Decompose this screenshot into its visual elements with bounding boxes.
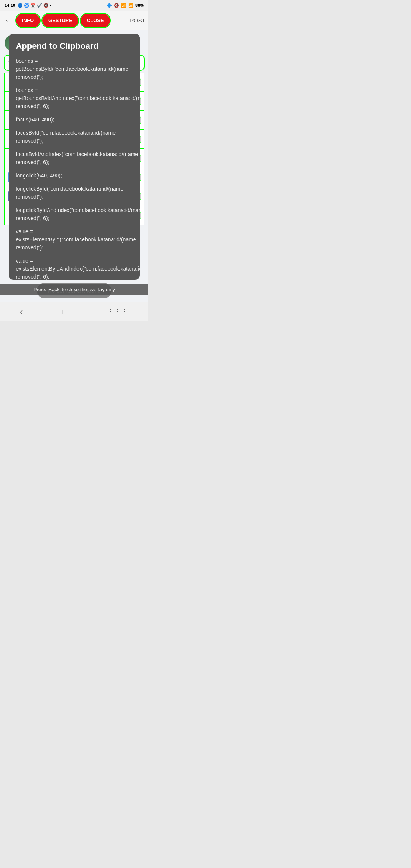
modal-box[interactable]: Append to Clipboard bounds = getBoundsBy…	[9, 34, 139, 280]
code-line-9: value = existsElementById("com.facebook.…	[16, 228, 132, 252]
battery-display: 88%	[135, 3, 144, 8]
info-button[interactable]: INFO	[16, 14, 40, 27]
time-display: 14:10	[5, 3, 15, 8]
notification-icons: 🔵 🌀 📅 ✔️ 🔇 •	[18, 3, 51, 8]
code-line-2: bounds = getBoundsByIdAndIndex("com.face…	[16, 86, 132, 110]
code-line-8: longclickByIdAndIndex("com.facebook.kata…	[16, 206, 132, 222]
code-line-5: focusByIdAndIndex("com.facebook.katana:i…	[16, 150, 132, 166]
code-line-10: value = existsElementByIdAndIndex("com.f…	[16, 257, 132, 280]
code-line-4: focusById("com.facebook.katana:id/(name …	[16, 129, 132, 145]
mute-icon: 🔇	[114, 3, 119, 8]
modal-body: bounds = getBoundsById("com.facebook.kat…	[16, 57, 132, 280]
signal-icon: 📶	[128, 3, 134, 8]
modal-overlay: Append to Clipboard bounds = getBoundsBy…	[0, 30, 148, 298]
status-left: 14:10 🔵 🌀 📅 ✔️ 🔇 •	[5, 3, 51, 8]
bottom-home-button[interactable]: □	[63, 307, 67, 316]
close-button[interactable]: CLOSE	[81, 14, 110, 27]
bottom-menu-button[interactable]: ⋮⋮⋮	[107, 307, 129, 316]
gesture-button[interactable]: GESTURE	[42, 14, 78, 27]
bottom-hint: Press 'Back' to close the overlay only	[0, 284, 148, 295]
code-line-3: focus(540, 490);	[16, 116, 132, 124]
status-right: 🔷 🔇 📶 📶 88%	[107, 3, 144, 8]
bottom-nav: ‹ □ ⋮⋮⋮	[0, 302, 148, 321]
code-line-6: longclick(540, 490);	[16, 172, 132, 180]
wifi-icon: 📶	[121, 3, 126, 8]
post-label: POST	[130, 17, 145, 24]
nav-bar: ← INFO GESTURE CLOSE POST	[0, 11, 148, 30]
status-bar: 14:10 🔵 🌀 📅 ✔️ 🔇 • 🔷 🔇 📶 📶 88%	[0, 0, 148, 11]
back-button[interactable]: ←	[3, 14, 14, 26]
bluetooth-icon: 🔷	[107, 3, 112, 8]
modal-title: Append to Clipboard	[16, 41, 132, 51]
code-line-7: longclickById("com.facebook.katana:id/(n…	[16, 185, 132, 201]
bottom-back-button[interactable]: ‹	[20, 306, 23, 318]
code-line-1: bounds = getBoundsById("com.facebook.kat…	[16, 57, 132, 81]
